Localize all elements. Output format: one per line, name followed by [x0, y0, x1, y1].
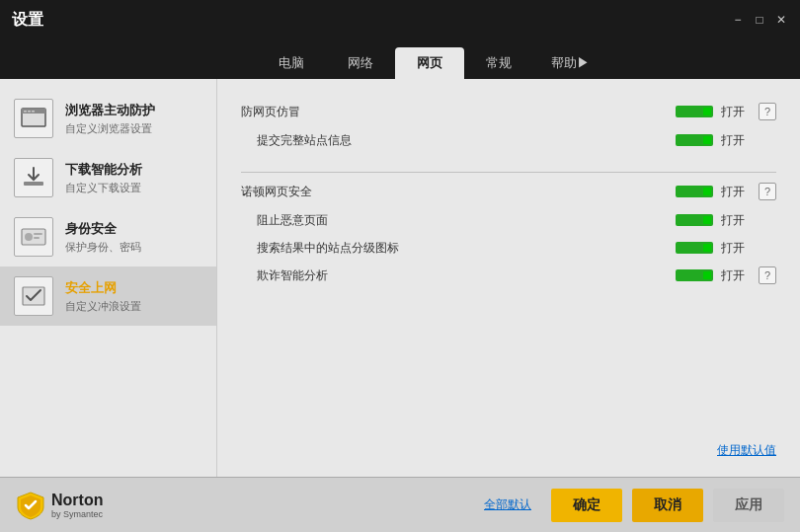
norton-web-safety-status: 打开	[721, 184, 751, 200]
block-malicious-toggle[interactable]	[676, 214, 713, 226]
fraud-analysis-label: 欺诈智能分析	[257, 267, 668, 284]
anti-phishing-help[interactable]: ?	[759, 103, 776, 120]
block-malicious-help-placeholder	[759, 211, 776, 229]
sidebar-item-browser-protection[interactable]: 浏览器主动防护 自定义浏览器设置	[0, 89, 216, 148]
norton-text-block: Norton by Symantec	[51, 492, 103, 519]
submit-site-info-status: 打开	[721, 132, 751, 149]
safe-surfing-subtitle: 自定义冲浪设置	[65, 299, 141, 314]
surfing-icon-svg	[20, 282, 47, 310]
title-bar: 设置 − □ ✕	[0, 0, 800, 39]
submit-site-info-label: 提交完整站点信息	[257, 132, 668, 149]
identity-safety-text: 身份安全 保护身份、密码	[65, 220, 141, 255]
browser-protection-icon	[14, 99, 53, 138]
fraud-analysis-toggle[interactable]	[676, 269, 713, 281]
right-panel: 防网页仿冒 打开 ? 提交完整站点信息 打开	[217, 79, 800, 477]
identity-safety-title: 身份安全	[65, 220, 141, 238]
submit-site-info-toggle[interactable]	[676, 134, 713, 146]
safe-surfing-icon	[14, 276, 53, 316]
site-rating-status: 打开	[721, 240, 751, 257]
tab-web[interactable]: 网页	[395, 47, 464, 79]
norton-name: Norton	[51, 492, 103, 509]
fraud-analysis-status: 打开	[721, 267, 751, 284]
default-link-row: 使用默认值	[241, 432, 776, 459]
svg-rect-2	[24, 111, 27, 113]
apply-button[interactable]: 应用	[713, 489, 784, 522]
svg-point-7	[25, 233, 33, 241]
svg-rect-3	[28, 111, 31, 113]
site-rating-toggle[interactable]	[676, 242, 713, 254]
svg-rect-9	[34, 237, 40, 239]
anti-phishing-status: 打开	[721, 104, 751, 120]
anti-phishing-title: 防网页仿冒	[241, 104, 668, 120]
sidebar: 浏览器主动防护 自定义浏览器设置 下载智能分析 自定义下载设置	[0, 79, 217, 477]
tab-general[interactable]: 常规	[464, 47, 533, 79]
footer: Norton by Symantec 全部默认 确定 取消 应用	[0, 477, 800, 532]
divider-1	[241, 172, 776, 173]
tab-network[interactable]: 网络	[326, 47, 395, 79]
svg-rect-8	[34, 233, 42, 235]
group-anti-phishing: 防网页仿冒 打开 ? 提交完整站点信息 打开	[241, 97, 776, 154]
identity-safety-icon	[14, 217, 53, 257]
safe-surfing-title: 安全上网	[65, 279, 141, 297]
download-analysis-subtitle: 自定义下载设置	[65, 181, 142, 195]
anti-phishing-toggle[interactable]	[676, 106, 713, 117]
window-controls: − □ ✕	[731, 13, 788, 27]
site-rating-row: 搜索结果中的站点分级图标 打开	[241, 234, 776, 262]
norton-web-safety-title: 诺顿网页安全	[241, 184, 668, 200]
block-malicious-row: 阻止恶意页面 打开	[241, 206, 776, 234]
submit-site-info-row: 提交完整站点信息 打开	[241, 126, 776, 154]
block-malicious-status: 打开	[721, 212, 751, 229]
svg-rect-5	[24, 182, 43, 186]
svg-rect-4	[32, 111, 35, 113]
identity-safety-subtitle: 保护身份、密码	[65, 240, 141, 255]
safe-surfing-text: 安全上网 自定义冲浪设置	[65, 279, 141, 314]
norton-web-safety-toggle[interactable]	[676, 186, 713, 197]
download-analysis-text: 下载智能分析 自定义下载设置	[65, 161, 142, 195]
sidebar-item-safe-surfing[interactable]: 安全上网 自定义冲浪设置	[0, 266, 216, 326]
site-rating-label: 搜索结果中的站点分级图标	[257, 240, 668, 257]
minimize-button[interactable]: −	[731, 13, 745, 27]
norton-web-safety-row: 诺顿网页安全 打开 ?	[241, 177, 776, 206]
norton-sub: by Symantec	[51, 509, 103, 519]
download-icon-svg	[20, 164, 47, 191]
identity-icon-svg	[20, 223, 47, 251]
all-default-link[interactable]: 全部默认	[484, 496, 531, 513]
close-button[interactable]: ✕	[774, 13, 788, 27]
browser-protection-subtitle: 自定义浏览器设置	[65, 121, 155, 136]
norton-logo: Norton by Symantec	[16, 491, 124, 520]
use-default-link[interactable]: 使用默认值	[717, 442, 776, 459]
anti-phishing-row: 防网页仿冒 打开 ?	[241, 97, 776, 126]
download-analysis-title: 下载智能分析	[65, 161, 142, 179]
tab-help[interactable]: 帮助▶	[533, 47, 607, 79]
submit-site-info-help-placeholder	[759, 131, 776, 149]
sidebar-item-identity-safety[interactable]: 身份安全 保护身份、密码	[0, 207, 216, 266]
browser-protection-title: 浏览器主动防护	[65, 102, 155, 119]
confirm-button[interactable]: 确定	[551, 489, 622, 522]
maximize-button[interactable]: □	[753, 13, 766, 27]
browser-icon-svg	[20, 105, 47, 132]
norton-shield-icon	[16, 491, 45, 520]
tab-computer[interactable]: 电脑	[257, 47, 326, 79]
cancel-button[interactable]: 取消	[632, 489, 703, 522]
download-analysis-icon	[14, 158, 53, 197]
content-body: 浏览器主动防护 自定义浏览器设置 下载智能分析 自定义下载设置	[0, 79, 800, 477]
sidebar-item-download-analysis[interactable]: 下载智能分析 自定义下载设置	[0, 148, 216, 207]
tab-bar: 电脑 网络 网页 常规 帮助▶	[0, 39, 800, 79]
window-title: 设置	[12, 10, 43, 31]
main-content: 浏览器主动防护 自定义浏览器设置 下载智能分析 自定义下载设置	[0, 79, 800, 477]
group-norton-web-safety: 诺顿网页安全 打开 ? 阻止恶意页面 打开 搜索结果中的站点分级图	[241, 177, 776, 289]
fraud-analysis-row: 欺诈智能分析 打开 ?	[241, 262, 776, 289]
site-rating-help-placeholder	[759, 239, 776, 257]
norton-web-safety-help[interactable]: ?	[759, 183, 776, 200]
fraud-analysis-help[interactable]: ?	[759, 266, 776, 284]
main-window: 设置 − □ ✕ 电脑 网络 网页 常规 帮助▶	[0, 0, 800, 532]
browser-protection-text: 浏览器主动防护 自定义浏览器设置	[65, 102, 155, 136]
block-malicious-label: 阻止恶意页面	[257, 212, 668, 229]
